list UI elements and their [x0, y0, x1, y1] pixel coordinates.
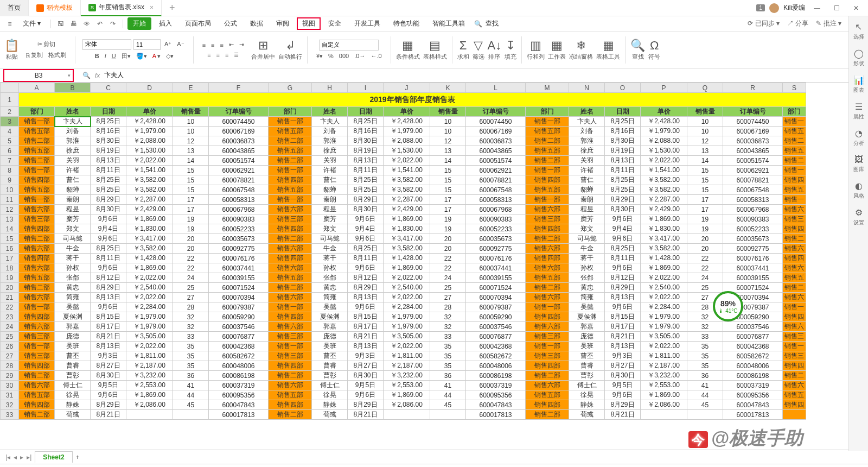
cell[interactable]: 17: [687, 205, 723, 214]
align-left-icon[interactable]: ≡: [206, 51, 212, 59]
cell[interactable]: 15: [173, 185, 209, 195]
cell[interactable]: 销售四部: [19, 400, 55, 410]
cell[interactable]: 销售四: [783, 254, 806, 263]
cell[interactable]: 600017813: [723, 410, 783, 420]
cell[interactable]: 张郃: [55, 273, 91, 283]
cell[interactable]: 郑文: [312, 224, 348, 234]
side-analyze[interactable]: ◔分析: [853, 128, 864, 147]
cell[interactable]: ￥2,287.00: [126, 195, 173, 205]
col-header[interactable]: M: [526, 83, 569, 93]
cell[interactable]: 秦朗: [569, 195, 605, 205]
cell[interactable]: 销售一部: [19, 195, 55, 205]
cell[interactable]: ￥2,022.00: [641, 156, 687, 166]
cell[interactable]: 45: [173, 400, 209, 410]
cell[interactable]: 徐晃: [312, 390, 348, 400]
row-header[interactable]: 28: [1, 361, 19, 371]
cell[interactable]: 8月19日: [91, 146, 126, 156]
cell[interactable]: ￥1,869.00: [641, 263, 687, 273]
cell[interactable]: 销售四部: [269, 361, 312, 371]
cell[interactable]: 24: [173, 273, 209, 283]
wrap-button[interactable]: ↲自动换行: [278, 39, 302, 61]
cell[interactable]: 35: [430, 342, 466, 351]
cell[interactable]: ￥2,429.00: [641, 205, 687, 214]
underline-icon[interactable]: U: [110, 52, 118, 60]
print-icon[interactable]: 🖶: [68, 20, 79, 28]
symbol-button[interactable]: Ω符号: [648, 39, 660, 61]
cell[interactable]: ￥1,979.00: [641, 322, 687, 332]
cell[interactable]: ￥1,979.00: [384, 312, 430, 322]
cell[interactable]: 8月16日: [605, 127, 641, 136]
cell[interactable]: 秦朗: [312, 195, 348, 205]
bold-icon[interactable]: B: [93, 52, 101, 60]
cell[interactable]: 41: [173, 381, 209, 390]
cell[interactable]: 28: [430, 302, 466, 312]
cell[interactable]: 蒋干: [55, 254, 91, 263]
cell[interactable]: ￥1,541.00: [126, 166, 173, 175]
cell[interactable]: 8月21日: [348, 332, 384, 342]
cell[interactable]: 8月21日: [91, 410, 126, 420]
cell[interactable]: 销售六部: [19, 322, 55, 332]
cell[interactable]: [430, 410, 466, 420]
cell[interactable]: 郭淮: [312, 136, 348, 146]
cell[interactable]: [126, 410, 173, 420]
cell[interactable]: 600095356: [209, 390, 269, 400]
cell[interactable]: 关羽: [55, 156, 91, 166]
sync-status[interactable]: ⟳ 已同步 ▾: [748, 19, 780, 28]
cell[interactable]: 22: [687, 254, 723, 263]
cell[interactable]: 36: [430, 371, 466, 381]
menu-smart[interactable]: 智能工具箱: [427, 17, 470, 30]
cell[interactable]: 8月25日: [91, 185, 126, 195]
cell[interactable]: 8月13日: [348, 342, 384, 351]
cell[interactable]: 销售三部: [269, 351, 312, 361]
cell[interactable]: 销售六部: [269, 322, 312, 332]
col-header[interactable]: P: [641, 83, 687, 93]
cell[interactable]: 销售五部: [19, 185, 55, 195]
tab-home[interactable]: 首页: [0, 0, 29, 16]
cell[interactable]: 32: [173, 312, 209, 322]
cell[interactable]: 600074450: [723, 117, 783, 127]
cell[interactable]: 10: [687, 127, 723, 136]
minimize-icon[interactable]: —: [809, 2, 825, 15]
cell[interactable]: 销售三部: [19, 332, 55, 342]
cell[interactable]: 44: [687, 390, 723, 400]
cell[interactable]: ￥1,428.00: [641, 254, 687, 263]
cell[interactable]: 17: [687, 195, 723, 205]
fx-search-icon[interactable]: 🔍: [82, 72, 91, 79]
cell[interactable]: 14: [430, 156, 466, 166]
cell[interactable]: 600047843: [466, 400, 526, 410]
cell[interactable]: 司马懿: [55, 234, 91, 244]
cell[interactable]: 8月30日: [91, 205, 126, 214]
cell[interactable]: 销售三部: [269, 332, 312, 342]
col-header[interactable]: L: [466, 83, 526, 93]
cell[interactable]: 糜芳: [569, 214, 605, 224]
menu-dev[interactable]: 开发工具: [349, 17, 386, 30]
row-header[interactable]: 1: [1, 93, 19, 107]
col-header[interactable]: E: [173, 83, 209, 93]
cell[interactable]: 曹仁: [55, 175, 91, 185]
cell[interactable]: 程昱: [55, 205, 91, 214]
font-color-icon[interactable]: A▾: [151, 52, 162, 60]
fill-button[interactable]: ↧填充: [505, 39, 516, 61]
cell[interactable]: ￥1,811.00: [384, 351, 430, 361]
cell[interactable]: 销售一部: [269, 342, 312, 351]
cell[interactable]: ￥2,187.00: [126, 361, 173, 371]
cell[interactable]: 8月13日: [91, 156, 126, 166]
cell[interactable]: 600042368: [723, 342, 783, 351]
cell[interactable]: 8月21日: [605, 410, 641, 420]
row-header[interactable]: 6: [1, 146, 19, 156]
cell[interactable]: 600071524: [466, 283, 526, 293]
sheet-nav-first-icon[interactable]: |◂: [5, 453, 10, 461]
cell[interactable]: 程昱: [312, 205, 348, 214]
cell[interactable]: 郭淮: [569, 136, 605, 146]
cell[interactable]: 8月11日: [605, 166, 641, 175]
cell[interactable]: 销售一部: [19, 117, 55, 127]
cell[interactable]: 销售六部: [269, 205, 312, 214]
cell[interactable]: 销售六部: [526, 205, 569, 214]
col-header[interactable]: Q: [687, 83, 723, 93]
cell[interactable]: 35: [687, 342, 723, 351]
cell[interactable]: 45: [430, 400, 466, 410]
cell[interactable]: 糜芳: [55, 214, 91, 224]
cell[interactable]: ￥1,869.00: [384, 263, 430, 273]
cell[interactable]: 35: [430, 351, 466, 361]
cell[interactable]: 销售二部: [269, 136, 312, 146]
